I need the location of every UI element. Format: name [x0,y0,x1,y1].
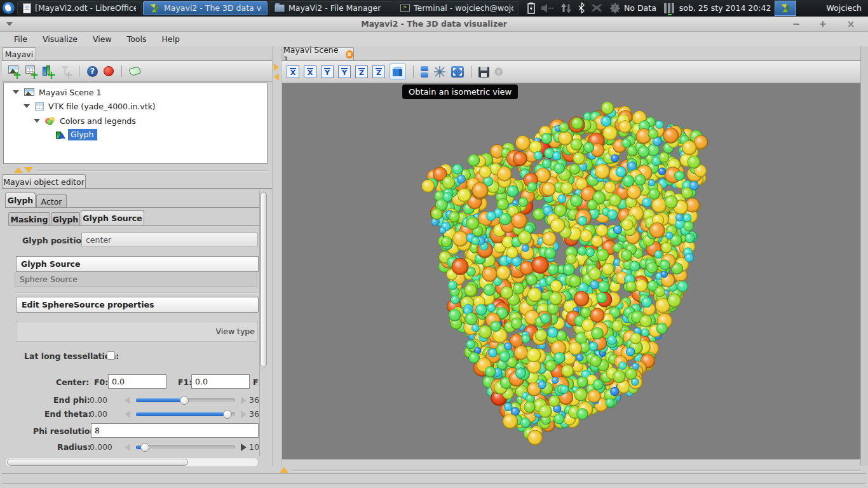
panel-splitter[interactable] [38,170,268,171]
glyph-position-combo[interactable]: center [81,233,258,247]
mayavi-tray-icon [780,3,791,14]
taskbar-task-libreoffice[interactable]: [MayaVi2.odt - LibreOffice ... [17,1,142,15]
scrollbar-thumb[interactable] [261,192,267,367]
taskbar-task-terminal[interactable]: Terminal - wojciech@wojci... [395,1,519,15]
fullscreen-button[interactable] [451,66,464,78]
expander-icon[interactable] [13,90,19,94]
maximize-button[interactable]: + [815,18,831,30]
end-theta-slider[interactable] [125,409,247,419]
tree-item-label: Colors and legends [60,116,136,126]
lat-long-checkbox[interactable] [107,351,115,360]
add-module-button[interactable] [43,65,54,77]
menu-view[interactable]: View [85,33,119,45]
scene-3d-viewport[interactable]: Obtain an isometric view [282,83,860,459]
window-titlebar[interactable]: Mayavi2 - The 3D data visualizer − + × [0,17,868,32]
glyph-source-list-item[interactable]: Sphere Source [15,272,257,287]
view-x-plus-button[interactable]: X [287,65,299,78]
view-y-minus-button[interactable]: Y [338,65,351,78]
edit-sphere-source-button[interactable]: Edit SphereSource properties [16,297,259,313]
keyboard-indicator-icon[interactable] [664,3,674,13]
slider-track[interactable] [136,412,235,416]
tab-actor[interactable]: Actor [36,194,67,208]
expander-icon[interactable] [24,104,30,108]
phi-resolution-input[interactable]: 8 [91,423,259,438]
expander-icon[interactable] [34,119,40,123]
close-button[interactable]: × [843,18,859,30]
add-filter-button[interactable] [60,65,71,77]
clean-scene-button[interactable] [129,66,142,77]
slider-track[interactable] [136,398,235,402]
bottom-splitter[interactable] [292,470,860,471]
minimize-button[interactable]: − [788,18,804,30]
bluetooth-icon[interactable] [578,3,585,13]
isometric-view-button[interactable] [390,64,406,80]
radius-slider[interactable] [125,442,247,452]
add-data-source-button[interactable] [25,65,37,77]
save-scene-button[interactable] [478,67,489,78]
tab-mayavi-scene[interactable]: Mayavi Scene 1 × [283,47,354,61]
tab-glyph-sub[interactable]: Glyph [51,212,80,226]
menu-tools[interactable]: Tools [119,33,154,45]
center-f1-input[interactable]: 0.0 [191,374,250,389]
taskbar-task-filemanager[interactable]: MayaVi2 - File Manager [269,1,393,15]
bottom-splitter-arrow[interactable] [280,467,288,473]
scrollbar-thumb[interactable] [7,459,188,466]
view-z-plus-button[interactable]: Z [355,65,368,78]
sensor-plugin[interactable]: ? No Data [610,3,656,13]
close-tab-icon[interactable]: × [346,50,353,58]
slider-right-arrow-icon[interactable] [241,444,247,451]
slider-handle[interactable] [140,443,149,452]
scene-3d-canvas[interactable] [282,83,860,459]
tree-item-label: VTK file (yade_4000.in.vtk) [48,102,156,111]
parallel-projection-button[interactable] [421,66,428,78]
record-button[interactable] [104,66,114,76]
view-x-minus-button[interactable]: X [304,65,316,78]
clock[interactable]: sob, 25 sty 2014 20:42 [679,3,771,13]
editor-vertical-scrollbar[interactable] [259,191,268,456]
menu-help[interactable]: Help [154,33,187,45]
tree-item-vtk-file[interactable]: VTK file (yade_4000.in.vtk) [24,100,156,112]
tab-mayavi[interactable]: Mayavi [2,47,36,61]
slider-left-arrow-icon[interactable] [125,444,130,451]
slider-handle[interactable] [180,396,189,405]
slider-left-arrow-icon[interactable] [125,396,130,404]
editor-horizontal-scrollbar[interactable] [5,458,259,467]
updates-icon[interactable] [591,3,602,13]
tab-glyph[interactable]: Glyph [5,193,36,208]
center-f0-input[interactable]: 0.0 [108,374,166,389]
help-button[interactable]: ? [87,66,98,77]
slider-handle[interactable] [223,410,232,419]
end-theta-value: 0.00 [90,409,107,419]
tab-object-editor[interactable]: Mayavi object editor [2,174,86,189]
slider-right-arrow-icon[interactable] [241,410,247,418]
menu-file[interactable]: File [6,33,35,45]
tree-item-colors-legends[interactable]: Colors and legends [34,114,136,127]
tree-item-scene[interactable]: Mayavi Scene 1 [13,86,101,98]
volume-muted-icon[interactable] [541,4,554,13]
new-scene-button[interactable] [8,65,20,77]
slider-right-arrow-icon[interactable] [241,396,247,404]
dock-splitter-arrows[interactable] [274,64,279,81]
dock-splitter[interactable] [272,46,281,466]
tree-item-glyph[interactable]: Glyph [56,128,97,141]
network-arrows-icon[interactable] [560,3,572,13]
axis-label: Y [325,70,330,76]
tab-glyph-source[interactable]: Glyph Source [81,210,144,226]
slider-left-arrow-icon[interactable] [125,410,130,418]
glyph-source-header[interactable]: Glyph Source [16,256,259,272]
tab-masking[interactable]: Masking [8,212,50,226]
axes-indicator-button[interactable] [433,65,447,79]
mayavi-tray-button[interactable] [775,1,796,16]
applications-menu-button[interactable] [0,0,17,17]
battery-icon[interactable] [527,3,535,14]
panel-splitter-arrows[interactable] [14,167,33,173]
end-phi-slider[interactable] [125,395,247,405]
vtk-file-icon [35,102,44,111]
configure-scene-button[interactable]: ⚙ [494,67,503,78]
scene-icon [24,88,34,96]
slider-track[interactable] [136,445,235,449]
view-y-plus-button[interactable]: Y [321,65,334,78]
menu-visualize[interactable]: Visualize [35,33,85,45]
view-z-minus-button[interactable]: Z [372,65,385,78]
taskbar-task-mayavi[interactable]: Mayavi2 - The 3D data visu... [143,1,268,15]
